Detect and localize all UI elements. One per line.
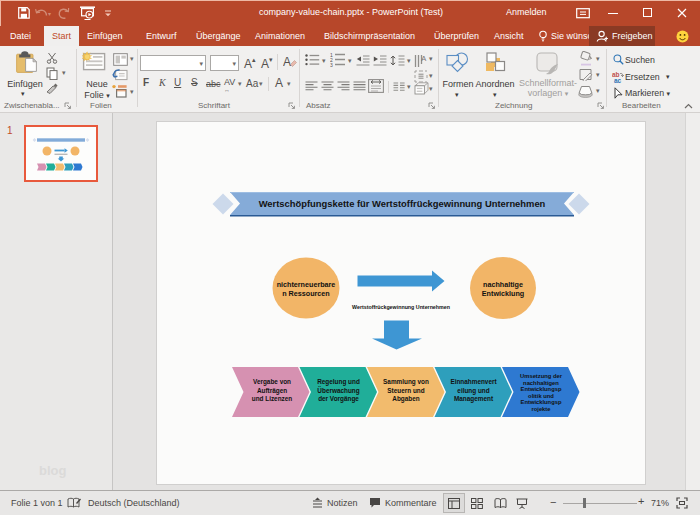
- svg-text:Regelung und: Regelung und: [317, 378, 360, 386]
- svg-text:nachhaltigen: nachhaltigen: [523, 380, 559, 386]
- svg-text:olitik und: olitik und: [528, 393, 554, 399]
- svg-text:und Lizenzen: und Lizenzen: [252, 395, 293, 402]
- svg-text:3: 3: [330, 62, 333, 67]
- svg-text:der Vorgänge: der Vorgänge: [318, 395, 359, 403]
- svg-text:Wertstoffrückgewinnung Unterne: Wertstoffrückgewinnung Unternehmen: [352, 304, 450, 310]
- svg-text:Aufträgen: Aufträgen: [257, 387, 287, 395]
- svg-text:rojekte: rojekte: [531, 406, 551, 412]
- svg-text:Sammlung von: Sammlung von: [383, 378, 429, 386]
- svg-text:Management: Management: [454, 395, 494, 403]
- svg-text:Vergabe von: Vergabe von: [253, 378, 291, 386]
- svg-text:Einnahmenvert: Einnahmenvert: [450, 378, 497, 385]
- svg-text:Wertschöpfungskette für Wertst: Wertschöpfungskette für Wertstoffrückgew…: [259, 198, 546, 209]
- svg-text:n Ressourcen: n Ressourcen: [282, 289, 330, 298]
- svg-text:Entwicklung: Entwicklung: [482, 289, 524, 298]
- svg-text:nichterneuerbare: nichterneuerbare: [277, 280, 336, 289]
- svg-text:Entwicklungsp: Entwicklungsp: [521, 399, 562, 405]
- svg-text:Abgaben: Abgaben: [392, 395, 419, 403]
- svg-text:Steuern und: Steuern und: [387, 387, 424, 394]
- svg-text:eilung und: eilung und: [457, 387, 489, 395]
- svg-text:ac: ac: [614, 77, 622, 83]
- svg-text:Umsetzung der: Umsetzung der: [520, 373, 563, 379]
- svg-text:Überwachung: Überwachung: [317, 386, 359, 395]
- svg-text:nachhaltige: nachhaltige: [483, 280, 523, 289]
- svg-text:A: A: [283, 55, 291, 69]
- svg-text:Entwicklungsp: Entwicklungsp: [521, 386, 562, 392]
- svg-text:A: A: [421, 54, 426, 63]
